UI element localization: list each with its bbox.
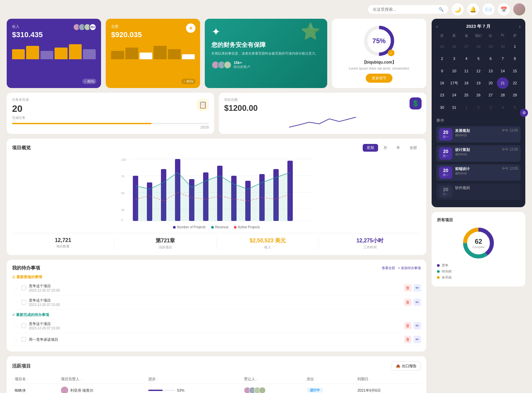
delete-btn-4[interactable]: 🗑	[404, 336, 412, 343]
add-todo-link[interactable]: + 添加待办事项	[398, 266, 421, 270]
delete-btn-1[interactable]: 🗑	[404, 284, 412, 292]
cal-day-2[interactable]: 2	[436, 53, 448, 64]
drag-handle-4[interactable]: ⋮⋮	[12, 338, 19, 341]
cal-day-15[interactable]: 15	[509, 65, 521, 77]
tab-all[interactable]: 全部	[406, 144, 421, 152]
expense-pct-value: 45%	[186, 79, 193, 83]
tab-month[interactable]: 月	[379, 144, 391, 152]
cal-day-17[interactable]: 17号	[448, 77, 460, 89]
cal-day-19[interactable]: 19	[473, 77, 484, 89]
cal-day-4[interactable]: 4	[461, 53, 472, 64]
drag-handle-3[interactable]: ⋮⋮	[12, 324, 19, 328]
cal-day-12[interactable]: 12	[473, 65, 484, 77]
revenue-card: 25+ 收入 $310.435 ↑ 45%	[7, 19, 101, 88]
cal-day-30[interactable]: 30	[436, 101, 448, 113]
event-date-day-4: 周一	[442, 192, 450, 196]
check-icon-todo: ✓	[12, 313, 15, 317]
todo-checkbox-3[interactable]	[21, 323, 26, 328]
cal-day-3[interactable]: 3	[448, 53, 460, 64]
col-assignees[interactable]: 受让人 ↕	[241, 375, 304, 384]
delete-btn-3[interactable]: 🗑	[404, 322, 412, 329]
todo-checkbox-4[interactable]	[21, 337, 26, 342]
col-manager[interactable]: 项目负责人 ↕	[58, 375, 146, 384]
edit-btn-2[interactable]: ✏	[414, 299, 421, 306]
stat-hours-label: 工作时间	[319, 245, 421, 250]
stat-active-projects: 第721章 活跃项目	[114, 237, 216, 250]
cal-day-1[interactable]: 1	[509, 41, 521, 52]
col-name[interactable]: 项目名 ↑	[12, 375, 58, 384]
cal-day-4n[interactable]: 4	[497, 101, 508, 113]
todo-checkbox-2[interactable]	[21, 300, 26, 305]
cal-day-22[interactable]: 22	[509, 77, 521, 89]
todo-date-1: 2023-12-26 07:15:00	[29, 289, 402, 292]
cal-day-29p[interactable]: 29	[485, 41, 496, 52]
cal-day-2n[interactable]: 2	[473, 101, 484, 113]
todo-text-3: 竟争这个项目	[29, 321, 402, 326]
cal-day-31[interactable]: 31	[448, 101, 460, 113]
calendar-header: ‹ 2023 年 7 月 ›	[436, 23, 521, 29]
cal-day-21-today[interactable]: 21	[497, 77, 508, 89]
weekday-su: 苏	[436, 33, 448, 39]
svg-text:25: 25	[121, 208, 124, 212]
edit-btn-1[interactable]: ✏	[414, 284, 421, 292]
donut-legend-1: 竟争	[437, 263, 520, 268]
cal-day-9[interactable]: 9	[436, 65, 448, 77]
col-progress[interactable]: 进步 ↕	[146, 375, 241, 384]
edit-btn-4[interactable]: ✏	[414, 336, 421, 343]
cal-day-23[interactable]: 23	[436, 89, 448, 101]
cal-day-24[interactable]: 24	[448, 89, 460, 101]
delete-btn-2[interactable]: 🗑	[404, 299, 412, 306]
cal-day-18[interactable]: 18	[461, 77, 472, 89]
cal-day-14[interactable]: 14	[497, 65, 508, 77]
cal-day-25p[interactable]: 25	[436, 41, 448, 52]
cal-day-13[interactable]: 13	[485, 65, 496, 77]
cal-day-6[interactable]: 6	[485, 53, 496, 64]
event-time-1: 中午 12:05	[502, 128, 518, 133]
revenue-title: 收入	[12, 24, 96, 29]
cal-next-button[interactable]: ›	[519, 24, 521, 29]
cal-day-3n[interactable]: 3	[485, 101, 496, 113]
col-due[interactable]: 到期日 ↕	[355, 375, 421, 384]
cal-day-26[interactable]: 26	[473, 89, 484, 101]
cal-day-28[interactable]: 28	[497, 89, 508, 101]
donut-legend: 竟争 待办的 未开始	[437, 263, 520, 281]
cal-day-5n[interactable]: 5	[509, 101, 521, 113]
col-position[interactable]: 龙位 ↕	[304, 375, 355, 384]
donut-num: 62	[472, 237, 485, 245]
drag-handle-1[interactable]: ⋮⋮	[12, 286, 19, 290]
cal-day-20[interactable]: 20	[485, 77, 496, 89]
cal-day-10[interactable]: 10	[448, 65, 460, 77]
view-all-link[interactable]: 查看全部	[382, 266, 395, 270]
calendar-icon[interactable]: 📅	[498, 3, 510, 15]
cal-day-1n[interactable]: 1	[461, 101, 472, 113]
cal-day-7[interactable]: 7	[497, 53, 508, 64]
edit-btn-3[interactable]: ✏	[414, 322, 421, 329]
cal-day-5[interactable]: 5	[473, 53, 484, 64]
cal-prev-button[interactable]: ‹	[436, 24, 438, 29]
cal-day-27[interactable]: 27	[485, 89, 496, 101]
export-button[interactable]: 📤 出口报告	[391, 362, 421, 371]
todo-checkbox-1[interactable]	[21, 286, 26, 290]
cal-day-29[interactable]: 29	[509, 89, 521, 101]
moon-icon[interactable]: 🌙	[452, 3, 464, 15]
search-box[interactable]: 🔍	[368, 5, 448, 14]
more-details-button[interactable]: 更多细节	[366, 74, 392, 83]
cal-day-26p[interactable]: 26	[448, 41, 460, 52]
search-input[interactable]	[373, 7, 436, 12]
bell-icon[interactable]: 🔔	[467, 3, 479, 15]
cal-day-28p[interactable]: 28	[473, 41, 484, 52]
avatar[interactable]	[513, 3, 525, 15]
cal-day-27p[interactable]: 27	[461, 41, 472, 52]
cal-day-25[interactable]: 25	[461, 89, 472, 101]
cal-day-11[interactable]: 11	[461, 65, 472, 77]
cal-day-30p[interactable]: 30	[497, 41, 508, 52]
event-time-3: 中午 12:05	[502, 166, 518, 171]
tab-week[interactable]: 星期	[363, 144, 378, 152]
calendar-gear-icon[interactable]: ⚙	[520, 109, 528, 117]
cal-day-16[interactable]: 16	[436, 77, 448, 89]
drag-handle-2[interactable]: ⋮⋮	[12, 301, 19, 304]
savings-card: 💲 存款总额 $1200.00	[219, 93, 426, 134]
cal-day-8[interactable]: 8	[509, 53, 521, 64]
tab-year[interactable]: 年	[392, 144, 404, 152]
mail-icon[interactable]: ✉️	[482, 3, 495, 15]
